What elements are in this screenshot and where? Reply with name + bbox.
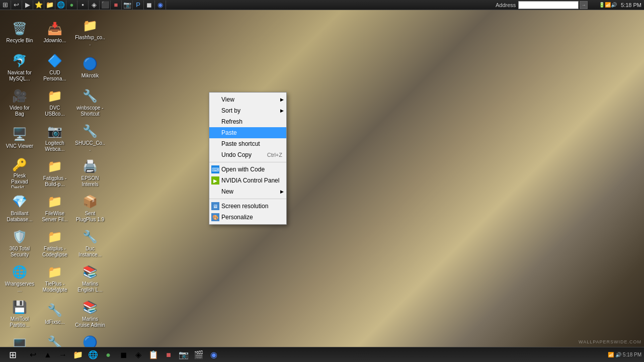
watermark: WALLPAPERSWIDE.COM bbox=[579, 339, 641, 344]
tb-icon-11[interactable]: ■ bbox=[111, 1, 122, 10]
menu-item-open_with_code[interactable]: ⌨Open with Code bbox=[209, 164, 286, 175]
taskbar-icon-11[interactable]: 📷 bbox=[177, 348, 191, 362]
taskbar-icon-7[interactable]: ◼ bbox=[116, 348, 130, 362]
tray-volume: 🔊 bbox=[615, 352, 621, 357]
tb-icon-6[interactable]: 🌐 bbox=[55, 1, 66, 10]
menu-item-nvidia[interactable]: ▶NVIDIA Control Panel bbox=[209, 175, 286, 186]
menu-item-refresh[interactable]: Refresh bbox=[209, 116, 286, 127]
taskbar-icon-13[interactable]: ◉ bbox=[207, 348, 221, 362]
desktop-icon-undefined[interactable]: 💾 MiniTool Partitio... bbox=[3, 297, 37, 331]
tray-clock: 5:18 PM bbox=[623, 352, 641, 357]
icon-label: Logitech Webca... bbox=[40, 140, 70, 152]
icon-image: 🔧 bbox=[82, 88, 98, 104]
desktop-icon-undefined[interactable]: 🖥️ VNC Viewer bbox=[3, 121, 37, 155]
desktop-icon-undefined[interactable]: 📥 Jdownlo... bbox=[38, 15, 72, 49]
menu-item-undo_copy[interactable]: Undo CopyCtrl+Z bbox=[209, 149, 286, 160]
desktop-icon-undefined[interactable]: 🎥 Video for Bag bbox=[3, 85, 37, 120]
tb-icon-15[interactable]: ◉ bbox=[155, 1, 166, 10]
tb-icon-14[interactable]: ◼ bbox=[144, 1, 155, 10]
tb-icon-8[interactable]: ▪ bbox=[77, 1, 89, 10]
desktop-icon-undefined[interactable]: 📁 FileWise Server Fil... bbox=[38, 191, 72, 225]
icon-image: 📁 bbox=[82, 18, 98, 34]
address-input[interactable] bbox=[518, 1, 579, 9]
icon-label: Navicat for MySQL... bbox=[5, 70, 35, 82]
icon-image: 🖨️ bbox=[82, 158, 98, 174]
desktop-icon-undefined[interactable]: 📷 Logitech Webca... bbox=[38, 121, 72, 155]
start-button[interactable]: ⊞ bbox=[0, 347, 25, 363]
tb-icon-2[interactable]: ↩ bbox=[11, 1, 22, 10]
taskbar-icon-6[interactable]: ● bbox=[101, 348, 115, 362]
taskbar-icon-4[interactable]: 📁 bbox=[71, 348, 85, 362]
desktop-icon-undefined[interactable]: 📁 DVC USBco... bbox=[38, 85, 72, 120]
address-bar: Address → 🔋📶🔊 5:18 PM bbox=[493, 0, 644, 10]
desktop-icon-undefined[interactable]: 🌐 Wrangserves... bbox=[3, 261, 37, 296]
tb-icon-4[interactable]: ⭐ bbox=[33, 1, 44, 10]
icon-label: TiePlus - Modelglpte bbox=[40, 281, 70, 293]
icon-image: 🔵 bbox=[82, 56, 98, 72]
system-tray: 📶 🔊 5:18 PM bbox=[605, 347, 644, 363]
tb-icon-5[interactable]: 📁 bbox=[44, 1, 55, 10]
icon-image: 🛡️ bbox=[12, 229, 28, 245]
desktop-icon-undefined[interactable]: 🗑️ Recycle Bin bbox=[3, 15, 37, 49]
tb-icon-9[interactable]: ◈ bbox=[89, 1, 100, 10]
icon-label: Wrangserves... bbox=[5, 281, 35, 293]
menu-item-personalize[interactable]: 🎨Personalize bbox=[209, 212, 286, 223]
taskbar-icon-5[interactable]: 🌐 bbox=[86, 348, 100, 362]
desktop-icon-undefined[interactable]: 🔷 CUD Persona... bbox=[38, 50, 72, 84]
tray-icons: 🔋📶🔊 bbox=[599, 2, 617, 8]
taskbar-icon-2[interactable]: ▲ bbox=[41, 348, 55, 362]
address-go[interactable]: → bbox=[580, 1, 588, 9]
desktop-icon-undefined[interactable]: 📁 Flashfxp_co... bbox=[73, 15, 107, 49]
desktop-icon-undefined[interactable]: 📁 TiePlus - Modelglpte bbox=[38, 261, 72, 296]
tb-icon-1[interactable]: ⊞ bbox=[0, 1, 11, 10]
desktop-icon-undefined[interactable]: 🔧 IdFixsc... bbox=[38, 297, 72, 331]
menu-item-paste[interactable]: Paste bbox=[209, 127, 286, 138]
desktop-icon-undefined[interactable]: 🔧 Duc Instance... bbox=[73, 226, 107, 260]
taskbar-icon-8[interactable]: ◈ bbox=[131, 348, 145, 362]
desktop-icon-undefined[interactable]: 🐬 Navicat for MySQL... bbox=[3, 50, 37, 84]
icon-label: EPSON Interels bbox=[75, 175, 105, 188]
context-menu: ViewSort byRefreshPastePaste shortcutUnd… bbox=[209, 92, 287, 225]
icon-label: 360 Total Security bbox=[5, 246, 35, 258]
top-bar: ⊞ ↩ ▶ ⭐ 📁 🌐 ● ▪ ◈ ⬛ ■ 📷 P ◼ ◉ bbox=[0, 0, 493, 10]
menu-label-sort_by: Sort by bbox=[221, 107, 240, 114]
menu-item-view[interactable]: View bbox=[209, 94, 286, 105]
tray-network: 📶 bbox=[608, 352, 614, 357]
desktop-icon-undefined[interactable]: 🛡️ 360 Total Security bbox=[3, 226, 37, 260]
desktop-icon-undefined[interactable]: 🖨️ EPSON Interels bbox=[73, 156, 107, 190]
menu-item-new[interactable]: New bbox=[209, 186, 286, 197]
desktop-icon-undefined[interactable]: 📦 Sent PlugPlus 1.9 bbox=[73, 191, 107, 225]
desktop-icon-undefined[interactable]: 🔵 Mikrotik bbox=[73, 50, 107, 84]
desktop-icon-undefined[interactable]: 🔑 Plesk Paxvad Deskt... bbox=[3, 156, 37, 190]
menu-item-sort_by[interactable]: Sort by bbox=[209, 105, 286, 116]
tb-icon-7[interactable]: ● bbox=[66, 1, 77, 10]
icon-image: 📁 bbox=[47, 194, 63, 210]
desktop-icon-undefined[interactable]: 💎 Bniillant Database... bbox=[3, 191, 37, 225]
taskbar-icon-12[interactable]: 🎬 bbox=[192, 348, 206, 362]
tb-icon-13[interactable]: P bbox=[133, 1, 144, 10]
icon-label: FileWise Server Fil... bbox=[40, 211, 70, 223]
taskbar-icon-3[interactable]: → bbox=[56, 348, 70, 362]
icon-image: 🔧 bbox=[82, 123, 98, 139]
taskbar-icon-1[interactable]: ↩ bbox=[26, 348, 40, 362]
tb-icon-10[interactable]: ⬛ bbox=[100, 1, 111, 10]
icon-label: Video for Bag bbox=[5, 105, 35, 117]
taskbar-icon-10[interactable]: ■ bbox=[162, 348, 176, 362]
menu-item-screen_resolution[interactable]: 🖥Screen resolution bbox=[209, 201, 286, 212]
taskbar-icons: ↩ ▲ → 📁 🌐 ● ◼ ◈ 📋 ■ 📷 🎬 ◉ bbox=[25, 347, 605, 363]
desktop-icon-undefined[interactable]: 📚 Marlins English L... bbox=[73, 261, 107, 296]
menu-label-open_with_code: Open with Code bbox=[221, 166, 265, 173]
desktop-icon-undefined[interactable]: 📁 Fatitplus - Codeglipse bbox=[38, 226, 72, 260]
tb-icon-3[interactable]: ▶ bbox=[22, 1, 33, 10]
desktop-icon-undefined[interactable]: 🔧 SHUCC_Co... bbox=[73, 121, 107, 155]
desktop-icon-undefined[interactable]: 🔧 winbscope - Shortcut bbox=[73, 85, 107, 120]
taskbar-icon-9[interactable]: 📋 bbox=[146, 348, 160, 362]
desktop-icons: 🗑️ Recycle Bin 📥 Jdownlo... 📁 Flashfxp_c… bbox=[0, 13, 106, 354]
icon-label: Jdownlo... bbox=[43, 38, 66, 44]
icon-image: 📷 bbox=[47, 123, 63, 139]
icon-label: Fatitplus - Codeglipse bbox=[40, 246, 70, 258]
desktop-icon-undefined[interactable]: 📁 Fatigplus - Build-p... bbox=[38, 156, 72, 190]
desktop-icon-undefined[interactable]: 📚 Marlins Cruise Admin bbox=[73, 297, 107, 331]
tb-icon-12[interactable]: 📷 bbox=[122, 1, 133, 10]
menu-item-paste_shortcut[interactable]: Paste shortcut bbox=[209, 138, 286, 149]
